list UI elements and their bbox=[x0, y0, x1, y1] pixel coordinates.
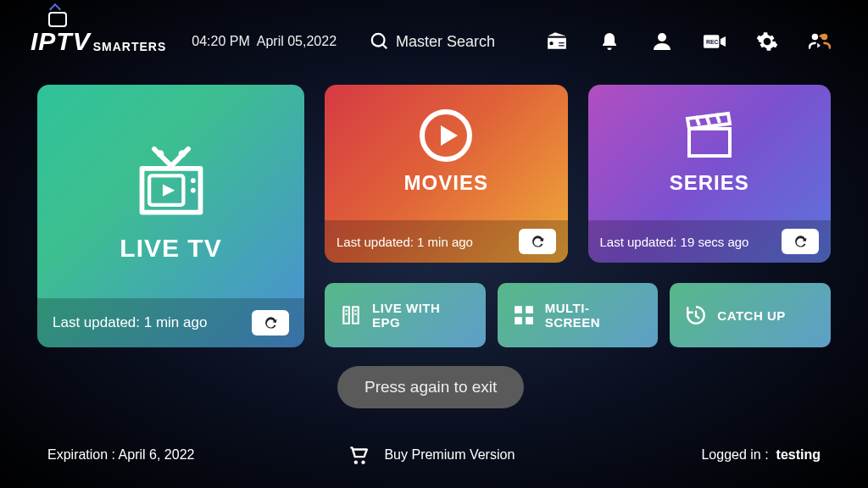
master-search[interactable]: Master Search bbox=[370, 32, 495, 51]
svg-point-9 bbox=[191, 188, 196, 193]
cart-icon bbox=[347, 444, 369, 466]
epg-icon bbox=[340, 304, 362, 326]
clock-display: 04:20 PM April 05,2022 bbox=[192, 34, 337, 49]
clapperboard-icon bbox=[682, 108, 737, 163]
svg-rect-11 bbox=[515, 306, 522, 313]
svg-point-3 bbox=[812, 34, 818, 40]
logged-in-label: Logged in : bbox=[701, 447, 768, 462]
live-tv-card[interactable]: LIVE TV Last updated: 1 min ago bbox=[37, 85, 304, 347]
header-bar: IPTV SMARTERS 04:20 PM April 05,2022 Mas… bbox=[0, 0, 868, 68]
movies-footer: Last updated: 1 min ago bbox=[325, 220, 568, 263]
multi-screen-card[interactable]: MULTI-SCREEN bbox=[498, 283, 659, 347]
svg-rect-14 bbox=[526, 317, 533, 324]
radio-icon[interactable] bbox=[546, 30, 568, 53]
series-updated: Last updated: 19 secs ago bbox=[600, 235, 749, 249]
refresh-icon bbox=[792, 233, 809, 250]
svg-point-16 bbox=[362, 461, 365, 464]
gear-icon[interactable] bbox=[756, 30, 778, 53]
logo-main: IPTV bbox=[31, 27, 91, 56]
svg-point-6 bbox=[178, 150, 186, 158]
svg-point-0 bbox=[658, 33, 666, 42]
expiration-text: Expiration : April 6, 2022 bbox=[47, 447, 194, 463]
series-footer: Last updated: 19 secs ago bbox=[588, 220, 832, 263]
header-icon-row: REC bbox=[546, 30, 831, 53]
footer-bar: Expiration : April 6, 2022 Buy Premium V… bbox=[0, 444, 868, 466]
live-tv-center: LIVE TV bbox=[37, 85, 304, 347]
series-refresh-button[interactable] bbox=[782, 229, 819, 254]
exit-toast: Press again to exit bbox=[337, 366, 524, 408]
search-label: Master Search bbox=[396, 33, 495, 51]
movies-card[interactable]: MOVIES Last updated: 1 min ago bbox=[325, 85, 568, 263]
date-text: April 05,2022 bbox=[257, 34, 337, 48]
catch-up-card[interactable]: CATCH UP bbox=[670, 283, 831, 347]
svg-text:REC: REC bbox=[706, 39, 719, 45]
live-tv-title: LIVE TV bbox=[120, 234, 221, 263]
live-epg-label: LIVE WITH EPG bbox=[372, 301, 470, 330]
tv-icon bbox=[132, 144, 210, 222]
play-circle-icon bbox=[419, 108, 473, 163]
series-card[interactable]: SERIES Last updated: 19 secs ago bbox=[588, 85, 832, 263]
history-icon bbox=[685, 304, 707, 326]
movies-center: MOVIES bbox=[325, 85, 568, 219]
movies-title: MOVIES bbox=[404, 171, 488, 195]
svg-point-5 bbox=[156, 150, 164, 158]
user-icon[interactable] bbox=[651, 30, 673, 53]
switch-user-icon[interactable] bbox=[809, 30, 831, 53]
top-row: MOVIES Last updated: 1 min ago SERIES La… bbox=[325, 85, 831, 263]
logged-in-status: Logged in : testing bbox=[701, 447, 821, 463]
bottom-row: LIVE WITH EPG MULTI-SCREEN CATCH UP bbox=[325, 283, 831, 347]
search-icon bbox=[370, 32, 389, 51]
multi-screen-label: MULTI-SCREEN bbox=[545, 301, 643, 330]
series-title: SERIES bbox=[670, 171, 749, 195]
movies-updated: Last updated: 1 min ago bbox=[337, 235, 473, 249]
buy-premium-button[interactable]: Buy Premium Version bbox=[347, 444, 515, 466]
bell-icon[interactable] bbox=[598, 30, 620, 53]
record-icon[interactable]: REC bbox=[704, 30, 726, 53]
catch-up-label: CATCH UP bbox=[717, 308, 785, 323]
svg-rect-12 bbox=[526, 306, 533, 313]
svg-point-8 bbox=[191, 178, 196, 183]
svg-point-4 bbox=[821, 34, 827, 40]
series-center: SERIES bbox=[588, 85, 832, 219]
time-text: 04:20 PM bbox=[192, 34, 249, 48]
live-epg-card[interactable]: LIVE WITH EPG bbox=[325, 283, 486, 347]
svg-point-15 bbox=[354, 461, 358, 464]
svg-rect-13 bbox=[515, 317, 522, 324]
app-logo: IPTV SMARTERS bbox=[31, 27, 166, 56]
refresh-icon bbox=[529, 233, 546, 250]
logged-in-user: testing bbox=[776, 447, 821, 462]
main-grid: LIVE TV Last updated: 1 min ago MOVIES L… bbox=[0, 68, 868, 347]
movies-refresh-button[interactable] bbox=[519, 229, 556, 254]
grid-icon bbox=[513, 304, 535, 326]
right-column: MOVIES Last updated: 1 min ago SERIES La… bbox=[325, 85, 831, 347]
logo-sub: SMARTERS bbox=[93, 40, 167, 53]
buy-premium-label: Buy Premium Version bbox=[384, 447, 515, 463]
